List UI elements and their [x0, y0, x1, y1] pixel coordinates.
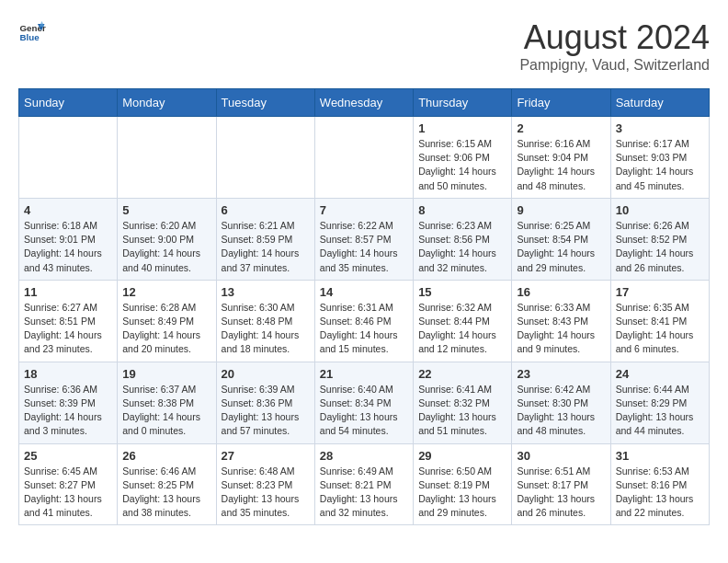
day-info: Sunrise: 6:18 AMSunset: 9:01 PMDaylight:… [24, 219, 112, 275]
header: General Blue August 2024 Pampigny, Vaud,… [18, 18, 710, 74]
calendar-cell: 26Sunrise: 6:46 AMSunset: 8:25 PMDayligh… [118, 443, 216, 525]
calendar-cell: 17Sunrise: 6:35 AMSunset: 8:41 PMDayligh… [610, 280, 709, 362]
day-info: Sunrise: 6:37 AMSunset: 8:38 PMDaylight:… [122, 383, 210, 439]
calendar-cell: 25Sunrise: 6:45 AMSunset: 8:27 PMDayligh… [19, 443, 118, 525]
day-info: Sunrise: 6:40 AMSunset: 8:34 PMDaylight:… [320, 383, 408, 439]
day-number: 1 [418, 121, 506, 135]
calendar-cell: 19Sunrise: 6:37 AMSunset: 8:38 PMDayligh… [118, 362, 216, 443]
calendar-cell: 5Sunrise: 6:20 AMSunset: 9:00 PMDaylight… [118, 198, 216, 280]
calendar-cell: 20Sunrise: 6:39 AMSunset: 8:36 PMDayligh… [216, 362, 314, 443]
day-info: Sunrise: 6:27 AMSunset: 8:51 PMDaylight:… [24, 301, 112, 357]
day-info: Sunrise: 6:21 AMSunset: 8:59 PMDaylight:… [222, 219, 310, 275]
calendar-cell: 8Sunrise: 6:23 AMSunset: 8:56 PMDaylight… [414, 198, 512, 280]
calendar-week-row: 1Sunrise: 6:15 AMSunset: 9:06 PMDaylight… [19, 117, 710, 199]
calendar-cell: 11Sunrise: 6:27 AMSunset: 8:51 PMDayligh… [19, 280, 118, 362]
header-day: Thursday [414, 89, 512, 117]
header-day: Saturday [610, 89, 709, 117]
day-info: Sunrise: 6:32 AMSunset: 8:44 PMDaylight:… [418, 301, 506, 357]
calendar-cell [216, 117, 314, 199]
day-info: Sunrise: 6:39 AMSunset: 8:36 PMDaylight:… [222, 383, 310, 439]
calendar-week-row: 11Sunrise: 6:27 AMSunset: 8:51 PMDayligh… [19, 280, 710, 362]
day-number: 29 [418, 449, 506, 463]
day-number: 17 [616, 285, 704, 299]
day-number: 5 [122, 203, 210, 217]
calendar-cell [19, 117, 118, 199]
logo: General Blue [18, 18, 46, 46]
day-number: 2 [517, 121, 605, 135]
day-info: Sunrise: 6:44 AMSunset: 8:29 PMDaylight:… [616, 383, 704, 439]
day-number: 8 [418, 203, 506, 217]
calendar-cell: 1Sunrise: 6:15 AMSunset: 9:06 PMDaylight… [414, 117, 512, 199]
header-day: Sunday [19, 89, 118, 117]
day-number: 31 [616, 449, 704, 463]
day-info: Sunrise: 6:20 AMSunset: 9:00 PMDaylight:… [122, 219, 210, 275]
day-info: Sunrise: 6:46 AMSunset: 8:25 PMDaylight:… [122, 465, 210, 521]
day-info: Sunrise: 6:53 AMSunset: 8:16 PMDaylight:… [616, 465, 704, 521]
calendar-cell: 29Sunrise: 6:50 AMSunset: 8:19 PMDayligh… [414, 443, 512, 525]
calendar-cell: 18Sunrise: 6:36 AMSunset: 8:39 PMDayligh… [19, 362, 118, 443]
calendar-cell: 4Sunrise: 6:18 AMSunset: 9:01 PMDaylight… [19, 198, 118, 280]
day-info: Sunrise: 6:17 AMSunset: 9:03 PMDaylight:… [616, 137, 704, 193]
day-info: Sunrise: 6:41 AMSunset: 8:32 PMDaylight:… [418, 383, 506, 439]
day-number: 18 [24, 367, 112, 381]
day-info: Sunrise: 6:42 AMSunset: 8:30 PMDaylight:… [517, 383, 605, 439]
calendar-cell: 12Sunrise: 6:28 AMSunset: 8:49 PMDayligh… [118, 280, 216, 362]
day-number: 13 [222, 285, 310, 299]
day-info: Sunrise: 6:33 AMSunset: 8:43 PMDaylight:… [517, 301, 605, 357]
day-info: Sunrise: 6:50 AMSunset: 8:19 PMDaylight:… [418, 465, 506, 521]
calendar-cell: 13Sunrise: 6:30 AMSunset: 8:48 PMDayligh… [216, 280, 314, 362]
day-number: 11 [24, 285, 112, 299]
day-number: 6 [222, 203, 310, 217]
title-area: August 2024 Pampigny, Vaud, Switzerland [519, 18, 710, 74]
calendar-week-row: 4Sunrise: 6:18 AMSunset: 9:01 PMDaylight… [19, 198, 710, 280]
header-row: SundayMondayTuesdayWednesdayThursdayFrid… [19, 89, 710, 117]
calendar-cell: 23Sunrise: 6:42 AMSunset: 8:30 PMDayligh… [512, 362, 610, 443]
day-number: 19 [122, 367, 210, 381]
day-info: Sunrise: 6:48 AMSunset: 8:23 PMDaylight:… [222, 465, 310, 521]
calendar-cell: 31Sunrise: 6:53 AMSunset: 8:16 PMDayligh… [610, 443, 709, 525]
calendar-cell: 24Sunrise: 6:44 AMSunset: 8:29 PMDayligh… [610, 362, 709, 443]
calendar-cell [314, 117, 413, 199]
calendar-cell: 21Sunrise: 6:40 AMSunset: 8:34 PMDayligh… [314, 362, 413, 443]
day-info: Sunrise: 6:36 AMSunset: 8:39 PMDaylight:… [24, 383, 112, 439]
svg-text:Blue: Blue [20, 32, 40, 42]
calendar-cell: 6Sunrise: 6:21 AMSunset: 8:59 PMDaylight… [216, 198, 314, 280]
day-number: 3 [616, 121, 704, 135]
calendar-cell: 28Sunrise: 6:49 AMSunset: 8:21 PMDayligh… [314, 443, 413, 525]
header-day: Friday [512, 89, 610, 117]
day-info: Sunrise: 6:30 AMSunset: 8:48 PMDaylight:… [222, 301, 310, 357]
calendar-cell: 30Sunrise: 6:51 AMSunset: 8:17 PMDayligh… [512, 443, 610, 525]
calendar-cell: 22Sunrise: 6:41 AMSunset: 8:32 PMDayligh… [414, 362, 512, 443]
day-info: Sunrise: 6:23 AMSunset: 8:56 PMDaylight:… [418, 219, 506, 275]
day-number: 9 [517, 203, 605, 217]
subtitle: Pampigny, Vaud, Switzerland [519, 57, 710, 74]
day-number: 24 [616, 367, 704, 381]
logo-icon: General Blue [18, 18, 46, 46]
day-info: Sunrise: 6:49 AMSunset: 8:21 PMDaylight:… [320, 465, 408, 521]
day-info: Sunrise: 6:51 AMSunset: 8:17 PMDaylight:… [517, 465, 605, 521]
day-number: 30 [517, 449, 605, 463]
main-title: August 2024 [519, 18, 710, 57]
calendar-cell: 27Sunrise: 6:48 AMSunset: 8:23 PMDayligh… [216, 443, 314, 525]
calendar-table: SundayMondayTuesdayWednesdayThursdayFrid… [18, 88, 710, 525]
header-day: Wednesday [314, 89, 413, 117]
day-number: 21 [320, 367, 408, 381]
day-number: 12 [122, 285, 210, 299]
day-number: 27 [222, 449, 310, 463]
calendar-cell: 15Sunrise: 6:32 AMSunset: 8:44 PMDayligh… [414, 280, 512, 362]
day-info: Sunrise: 6:35 AMSunset: 8:41 PMDaylight:… [616, 301, 704, 357]
day-number: 26 [122, 449, 210, 463]
day-info: Sunrise: 6:28 AMSunset: 8:49 PMDaylight:… [122, 301, 210, 357]
day-info: Sunrise: 6:31 AMSunset: 8:46 PMDaylight:… [320, 301, 408, 357]
calendar-cell [118, 117, 216, 199]
day-number: 10 [616, 203, 704, 217]
calendar-week-row: 18Sunrise: 6:36 AMSunset: 8:39 PMDayligh… [19, 362, 710, 443]
day-info: Sunrise: 6:25 AMSunset: 8:54 PMDaylight:… [517, 219, 605, 275]
day-info: Sunrise: 6:45 AMSunset: 8:27 PMDaylight:… [24, 465, 112, 521]
calendar-cell: 9Sunrise: 6:25 AMSunset: 8:54 PMDaylight… [512, 198, 610, 280]
calendar-cell: 2Sunrise: 6:16 AMSunset: 9:04 PMDaylight… [512, 117, 610, 199]
day-info: Sunrise: 6:26 AMSunset: 8:52 PMDaylight:… [616, 219, 704, 275]
day-info: Sunrise: 6:15 AMSunset: 9:06 PMDaylight:… [418, 137, 506, 193]
header-day: Monday [118, 89, 216, 117]
header-day: Tuesday [216, 89, 314, 117]
